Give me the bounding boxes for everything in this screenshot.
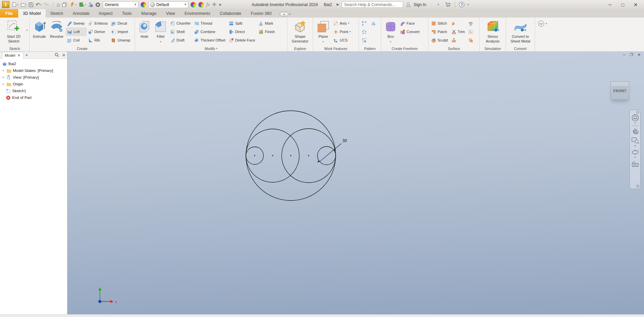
- viewcube[interactable]: FRONT: [611, 81, 629, 100]
- revolve-button[interactable]: Revolve: [48, 19, 65, 40]
- plane-button[interactable]: Plane▾: [315, 19, 332, 45]
- tab-sketch[interactable]: Sketch: [46, 9, 68, 18]
- combine-button[interactable]: Combine: [193, 28, 227, 36]
- tab-tools[interactable]: Tools: [117, 9, 137, 18]
- draft-button[interactable]: Draft: [169, 36, 192, 44]
- surface-boxed-arrow-button[interactable]: [467, 19, 475, 27]
- unwrap-button[interactable]: Unwrap: [110, 36, 132, 44]
- close-icon[interactable]: ✕: [17, 53, 21, 58]
- measure-plus-icon[interactable]: ✚: [212, 2, 217, 7]
- tab-file[interactable]: File: [0, 9, 18, 18]
- search-input[interactable]: [342, 1, 403, 8]
- viewcube-front-face[interactable]: FRONT: [612, 86, 628, 96]
- add-browser-tab-button[interactable]: +: [25, 52, 28, 58]
- shape-generator-button[interactable]: Shape Generator: [289, 19, 311, 45]
- import-button[interactable]: Import: [110, 28, 132, 36]
- mirror-button[interactable]: [370, 19, 377, 27]
- tree-item-view[interactable]: + View: [Primary]: [1, 74, 67, 81]
- coil-button[interactable]: Coil: [66, 36, 86, 44]
- undo-button[interactable]: ↶▾: [36, 2, 41, 7]
- panel-label-modify[interactable]: Modify▾: [135, 46, 287, 51]
- web-wheel-icon[interactable]: [95, 2, 101, 7]
- derive-button[interactable]: Derive: [87, 28, 110, 36]
- appearance-dropdown[interactable]: Default▼: [148, 1, 188, 8]
- tab-fusion360[interactable]: Fusion 360: [246, 9, 276, 18]
- clear-appearance-icon[interactable]: [198, 2, 204, 7]
- chevron-down-icon[interactable]: ▾: [635, 156, 636, 159]
- redo-button[interactable]: ↷▾: [44, 2, 50, 7]
- documents-button[interactable]: [62, 2, 67, 7]
- chevron-down-icon[interactable]: ▾: [635, 122, 636, 125]
- open-button[interactable]: [21, 2, 26, 7]
- expand-icon[interactable]: +: [1, 69, 5, 73]
- viewport[interactable]: ─ ❐ ✕: [67, 52, 644, 314]
- iproperties-button[interactable]: [88, 2, 93, 7]
- orbit-button[interactable]: [631, 149, 639, 156]
- start-2d-sketch-button[interactable]: Start 2D Sketch: [2, 19, 26, 45]
- tab-3d-model[interactable]: 3D Model: [18, 9, 46, 18]
- sketch-driven-pattern-button[interactable]: [361, 36, 368, 44]
- freeform-face-button[interactable]: Face: [399, 19, 421, 27]
- stress-analysis-button[interactable]: Stress Analysis: [482, 19, 504, 45]
- freeform-box-button[interactable]: Box▾: [383, 19, 398, 45]
- delete-face-button[interactable]: Delete Face: [228, 36, 257, 44]
- tab-environments[interactable]: Environments: [180, 9, 215, 18]
- help-icon[interactable]: ?: [459, 2, 465, 7]
- tab-collaborate[interactable]: Collaborate: [215, 9, 246, 18]
- rib-button[interactable]: Rib: [87, 36, 110, 44]
- tree-item-end-of-part[interactable]: End of Part: [1, 94, 67, 101]
- tab-annotate[interactable]: Annotate: [68, 9, 94, 18]
- inventor-logo[interactable]: I: [2, 1, 9, 8]
- direct-button[interactable]: Direct: [228, 28, 257, 36]
- save-button[interactable]: [29, 2, 33, 7]
- component-button[interactable]: ▾: [79, 2, 86, 7]
- look-at-button[interactable]: [631, 160, 639, 167]
- chevron-down-icon[interactable]: ▾: [438, 3, 439, 6]
- navbar-menu-icon[interactable]: [636, 185, 639, 188]
- qat-customize-icon[interactable]: ▾: [219, 2, 221, 7]
- search-icon[interactable]: [55, 53, 59, 58]
- tree-item-sketch1[interactable]: Sketch1: [1, 87, 67, 94]
- expand-icon[interactable]: +: [1, 75, 5, 79]
- mark-button[interactable]: Mark: [257, 19, 276, 27]
- surface-extend-button[interactable]: [450, 36, 467, 44]
- new-file-button[interactable]: ▾: [12, 2, 19, 7]
- split-button[interactable]: Split: [228, 19, 257, 27]
- tab-manage[interactable]: Manage: [137, 9, 161, 18]
- adjust-appearance-icon[interactable]: [191, 2, 196, 7]
- navbar-close-icon[interactable]: [636, 111, 639, 114]
- freeform-convert-button[interactable]: Convert: [399, 28, 421, 36]
- chevron-down-icon[interactable]: ▾: [635, 144, 636, 147]
- point-button[interactable]: Point▾: [332, 28, 353, 36]
- browser-tab-model[interactable]: Model✕: [2, 52, 23, 59]
- axis-button[interactable]: Axis▾: [332, 19, 353, 27]
- minimize-button[interactable]: ─: [604, 2, 616, 7]
- shell-button[interactable]: Shell: [169, 28, 192, 36]
- sweep-button[interactable]: Sweep: [66, 19, 86, 27]
- trim-button[interactable]: Trim: [450, 28, 467, 36]
- expand-icon[interactable]: +: [1, 82, 5, 86]
- zoom-window-button[interactable]: [631, 136, 639, 144]
- tree-item-part[interactable]: Bai2: [1, 60, 67, 67]
- extrude-button[interactable]: Extrude: [31, 19, 48, 40]
- sketch-geometry[interactable]: 30 x: [67, 52, 644, 314]
- chamfer-button[interactable]: Chamfer: [169, 19, 192, 27]
- home-button[interactable]: ⌂: [57, 2, 60, 7]
- search-expand-icon[interactable]: ▶: [337, 3, 339, 6]
- surface-ruled-button[interactable]: [467, 36, 475, 44]
- convert-to-sheet-metal-button[interactable]: Convert to Sheet Metal: [508, 19, 533, 45]
- pan-button[interactable]: [632, 127, 639, 134]
- circular-pattern-button[interactable]: [361, 28, 368, 36]
- steering-wheel-button[interactable]: [631, 114, 639, 122]
- surface-fan-button[interactable]: [450, 19, 467, 27]
- decal-button[interactable]: Decal: [110, 19, 132, 27]
- tab-view[interactable]: View: [161, 9, 180, 18]
- close-button[interactable]: ✕: [629, 2, 642, 7]
- loft-button[interactable]: Loft: [66, 28, 86, 36]
- fillet-button[interactable]: Fillet▾: [153, 19, 168, 45]
- material-browser-icon[interactable]: [141, 2, 146, 7]
- chevron-down-icon[interactable]: ▾: [546, 22, 547, 25]
- patch-button[interactable]: Patch: [430, 28, 450, 36]
- surface-replace-button[interactable]: [467, 28, 475, 36]
- ilogic-button[interactable]: ▾: [69, 2, 77, 7]
